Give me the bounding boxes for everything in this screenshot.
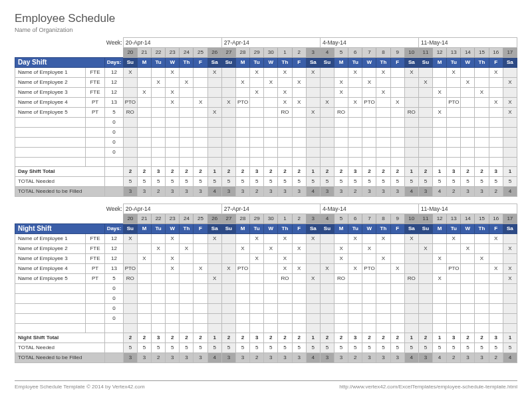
- page-title: Employee Schedule: [15, 12, 517, 25]
- schedule-container: Week:20-Apr-1427-Apr-144-May-1411-May-14…: [15, 37, 517, 363]
- footer-link: http://www.vertex42.com/ExcelTemplates/e…: [339, 384, 517, 390]
- shift-table: Week:20-Apr-1427-Apr-144-May-1411-May-14…: [15, 204, 517, 363]
- organization-name: Name of Organization: [15, 27, 517, 33]
- shift-table: Week:20-Apr-1427-Apr-144-May-1411-May-14…: [15, 37, 517, 197]
- footer-copyright: Employee Schedule Template © 2014 by Ver…: [15, 384, 145, 390]
- footer: Employee Schedule Template © 2014 by Ver…: [15, 380, 517, 390]
